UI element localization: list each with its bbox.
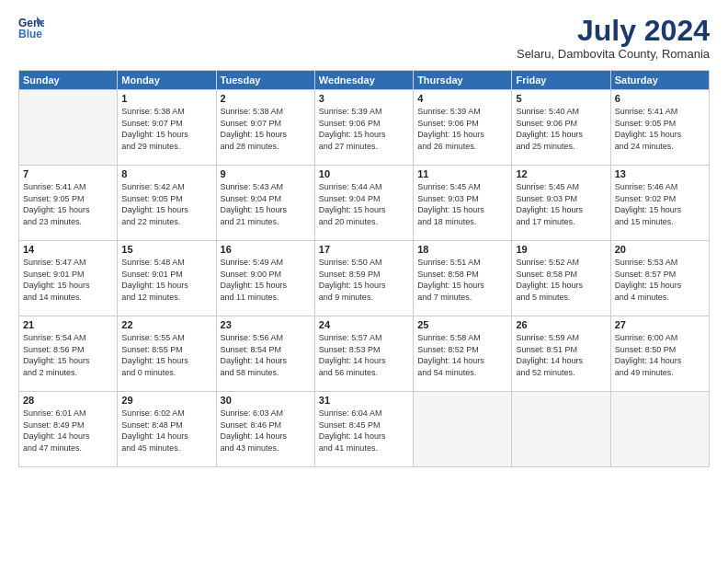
calendar-cell: 6Sunrise: 5:41 AM Sunset: 9:05 PM Daylig…	[610, 90, 709, 166]
calendar-cell	[512, 392, 610, 467]
day-number: 15	[121, 244, 211, 255]
calendar-cell: 30Sunrise: 6:03 AM Sunset: 8:46 PM Dayli…	[216, 392, 314, 467]
day-info: Sunrise: 5:49 AM Sunset: 9:00 PM Dayligh…	[221, 257, 311, 303]
title-block: July 2024 Selaru, Dambovita County, Roma…	[517, 15, 710, 61]
day-number: 9	[221, 168, 311, 179]
day-info: Sunrise: 5:38 AM Sunset: 9:07 PM Dayligh…	[121, 106, 211, 152]
day-info: Sunrise: 5:57 AM Sunset: 8:53 PM Dayligh…	[319, 332, 409, 378]
day-number: 28	[23, 395, 113, 406]
day-info: Sunrise: 5:41 AM Sunset: 9:05 PM Dayligh…	[615, 106, 705, 152]
calendar-cell: 16Sunrise: 5:49 AM Sunset: 9:00 PM Dayli…	[216, 241, 314, 316]
calendar-table: SundayMondayTuesdayWednesdayThursdayFrid…	[18, 70, 710, 467]
weekday-header-tuesday: Tuesday	[216, 71, 314, 90]
calendar-cell: 20Sunrise: 5:53 AM Sunset: 8:57 PM Dayli…	[610, 241, 709, 316]
calendar-cell: 12Sunrise: 5:45 AM Sunset: 9:03 PM Dayli…	[512, 166, 610, 241]
day-number: 24	[319, 319, 409, 330]
calendar-cell: 13Sunrise: 5:46 AM Sunset: 9:02 PM Dayli…	[610, 166, 709, 241]
day-info: Sunrise: 5:53 AM Sunset: 8:57 PM Dayligh…	[615, 257, 705, 303]
day-info: Sunrise: 6:01 AM Sunset: 8:49 PM Dayligh…	[23, 408, 113, 454]
calendar-cell: 27Sunrise: 6:00 AM Sunset: 8:50 PM Dayli…	[610, 316, 709, 392]
day-info: Sunrise: 5:51 AM Sunset: 8:58 PM Dayligh…	[417, 257, 507, 303]
day-number: 8	[121, 168, 211, 179]
day-number: 2	[221, 93, 311, 104]
calendar-cell: 17Sunrise: 5:50 AM Sunset: 8:59 PM Dayli…	[314, 241, 413, 316]
day-number: 12	[516, 168, 606, 179]
week-row-5: 28Sunrise: 6:01 AM Sunset: 8:49 PM Dayli…	[19, 392, 710, 467]
day-info: Sunrise: 5:41 AM Sunset: 9:05 PM Dayligh…	[23, 181, 113, 227]
day-number: 11	[417, 168, 507, 179]
day-info: Sunrise: 5:46 AM Sunset: 9:02 PM Dayligh…	[615, 181, 705, 227]
day-number: 31	[319, 395, 409, 406]
calendar-cell: 2Sunrise: 5:38 AM Sunset: 9:07 PM Daylig…	[216, 90, 314, 166]
day-number: 22	[121, 319, 211, 330]
day-info: Sunrise: 5:40 AM Sunset: 9:06 PM Dayligh…	[516, 106, 606, 152]
day-number: 14	[23, 244, 113, 255]
calendar-cell: 24Sunrise: 5:57 AM Sunset: 8:53 PM Dayli…	[314, 316, 413, 392]
weekday-header-friday: Friday	[512, 71, 610, 90]
day-number: 7	[23, 168, 113, 179]
calendar-cell: 8Sunrise: 5:42 AM Sunset: 9:05 PM Daylig…	[118, 166, 216, 241]
day-info: Sunrise: 5:58 AM Sunset: 8:52 PM Dayligh…	[417, 332, 507, 378]
calendar-cell: 15Sunrise: 5:48 AM Sunset: 9:01 PM Dayli…	[118, 241, 216, 316]
weekday-header-thursday: Thursday	[414, 71, 512, 90]
day-number: 23	[221, 319, 311, 330]
calendar-cell: 28Sunrise: 6:01 AM Sunset: 8:49 PM Dayli…	[19, 392, 118, 467]
day-number: 18	[417, 244, 507, 255]
calendar-cell: 19Sunrise: 5:52 AM Sunset: 8:58 PM Dayli…	[512, 241, 610, 316]
weekday-header-sunday: Sunday	[19, 71, 118, 90]
day-number: 3	[319, 93, 409, 104]
calendar-cell	[414, 392, 512, 467]
weekday-header-row: SundayMondayTuesdayWednesdayThursdayFrid…	[19, 71, 710, 90]
week-row-3: 14Sunrise: 5:47 AM Sunset: 9:01 PM Dayli…	[19, 241, 710, 316]
calendar-cell: 25Sunrise: 5:58 AM Sunset: 8:52 PM Dayli…	[414, 316, 512, 392]
calendar-cell: 11Sunrise: 5:45 AM Sunset: 9:03 PM Dayli…	[414, 166, 512, 241]
calendar-page: General Blue July 2024 Selaru, Dambovita…	[0, 0, 728, 563]
calendar-cell: 3Sunrise: 5:39 AM Sunset: 9:06 PM Daylig…	[314, 90, 413, 166]
day-info: Sunrise: 5:45 AM Sunset: 9:03 PM Dayligh…	[417, 181, 507, 227]
day-info: Sunrise: 5:48 AM Sunset: 9:01 PM Dayligh…	[121, 257, 211, 303]
day-info: Sunrise: 5:45 AM Sunset: 9:03 PM Dayligh…	[516, 181, 606, 227]
calendar-cell: 9Sunrise: 5:43 AM Sunset: 9:04 PM Daylig…	[216, 166, 314, 241]
svg-text:Blue: Blue	[18, 28, 42, 40]
day-info: Sunrise: 5:52 AM Sunset: 8:58 PM Dayligh…	[516, 257, 606, 303]
day-info: Sunrise: 5:38 AM Sunset: 9:07 PM Dayligh…	[221, 106, 311, 152]
day-number: 19	[516, 244, 606, 255]
day-info: Sunrise: 5:39 AM Sunset: 9:06 PM Dayligh…	[319, 106, 409, 152]
day-number: 21	[23, 319, 113, 330]
day-info: Sunrise: 6:04 AM Sunset: 8:45 PM Dayligh…	[319, 408, 409, 454]
calendar-cell: 29Sunrise: 6:02 AM Sunset: 8:48 PM Dayli…	[118, 392, 216, 467]
day-number: 6	[615, 93, 705, 104]
month-year: July 2024	[517, 15, 710, 47]
calendar-cell: 1Sunrise: 5:38 AM Sunset: 9:07 PM Daylig…	[118, 90, 216, 166]
day-number: 10	[319, 168, 409, 179]
calendar-cell: 21Sunrise: 5:54 AM Sunset: 8:56 PM Dayli…	[19, 316, 118, 392]
day-info: Sunrise: 6:03 AM Sunset: 8:46 PM Dayligh…	[221, 408, 311, 454]
day-number: 25	[417, 319, 507, 330]
header: General Blue July 2024 Selaru, Dambovita…	[18, 15, 710, 61]
day-number: 1	[121, 93, 211, 104]
day-number: 20	[615, 244, 705, 255]
day-info: Sunrise: 5:56 AM Sunset: 8:54 PM Dayligh…	[221, 332, 311, 378]
calendar-cell: 5Sunrise: 5:40 AM Sunset: 9:06 PM Daylig…	[512, 90, 610, 166]
day-number: 17	[319, 244, 409, 255]
day-info: Sunrise: 6:00 AM Sunset: 8:50 PM Dayligh…	[615, 332, 705, 378]
week-row-4: 21Sunrise: 5:54 AM Sunset: 8:56 PM Dayli…	[19, 316, 710, 392]
calendar-cell: 23Sunrise: 5:56 AM Sunset: 8:54 PM Dayli…	[216, 316, 314, 392]
calendar-cell: 22Sunrise: 5:55 AM Sunset: 8:55 PM Dayli…	[118, 316, 216, 392]
calendar-cell	[19, 90, 118, 166]
calendar-cell: 26Sunrise: 5:59 AM Sunset: 8:51 PM Dayli…	[512, 316, 610, 392]
calendar-cell: 10Sunrise: 5:44 AM Sunset: 9:04 PM Dayli…	[314, 166, 413, 241]
day-info: Sunrise: 5:39 AM Sunset: 9:06 PM Dayligh…	[417, 106, 507, 152]
weekday-header-saturday: Saturday	[610, 71, 709, 90]
day-info: Sunrise: 6:02 AM Sunset: 8:48 PM Dayligh…	[121, 408, 211, 454]
day-info: Sunrise: 5:47 AM Sunset: 9:01 PM Dayligh…	[23, 257, 113, 303]
logo: General Blue	[18, 15, 44, 40]
logo-icon: General Blue	[18, 15, 44, 40]
location: Selaru, Dambovita County, Romania	[517, 47, 710, 61]
calendar-cell	[610, 392, 709, 467]
weekday-header-wednesday: Wednesday	[314, 71, 413, 90]
calendar-cell: 31Sunrise: 6:04 AM Sunset: 8:45 PM Dayli…	[314, 392, 413, 467]
calendar-cell: 7Sunrise: 5:41 AM Sunset: 9:05 PM Daylig…	[19, 166, 118, 241]
day-number: 16	[221, 244, 311, 255]
week-row-2: 7Sunrise: 5:41 AM Sunset: 9:05 PM Daylig…	[19, 166, 710, 241]
